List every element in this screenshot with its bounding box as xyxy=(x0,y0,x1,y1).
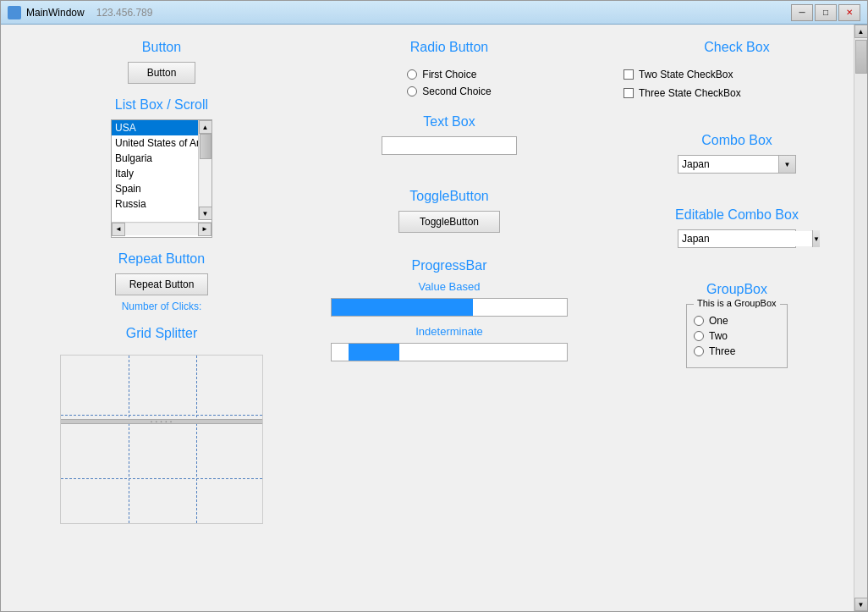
main-window: MainWindow 123.456.789 ─ □ ✕ Button Butt… xyxy=(0,0,868,612)
group-box-legend: This is a GroupBox xyxy=(694,298,780,308)
listbox-section-title: List Box / Scroll xyxy=(115,97,208,113)
column-1: Button Button List Box / Scroll USA Unit… xyxy=(18,33,305,531)
titlebar-left: MainWindow 123.456.789 xyxy=(8,6,152,19)
editable-combo-input[interactable] xyxy=(678,231,812,246)
titlebar-controls: ─ □ ✕ xyxy=(791,4,860,21)
list-box[interactable]: USA United States of Am Bulgaria Italy S… xyxy=(111,119,212,238)
scrollbar-thumb[interactable] xyxy=(855,40,867,74)
radio-circle-2 xyxy=(407,86,417,96)
group-radio-label-3: Three xyxy=(709,345,735,357)
progress-ind-fill xyxy=(349,344,399,361)
checkbox-1[interactable]: Two State CheckBox xyxy=(624,69,741,80)
combo-box-value: Japan xyxy=(678,157,778,172)
window-scrollbar[interactable]: ▲ ▼ xyxy=(854,25,867,611)
scroll-down-arrow[interactable]: ▼ xyxy=(199,207,212,220)
grid-splitter-title: Grid Splitter xyxy=(126,326,197,341)
radio-group: First Choice Second Choice xyxy=(407,69,491,97)
group-radio-circle-3 xyxy=(694,346,704,356)
toggle-section: ToggleButton ToggleButton xyxy=(319,189,580,233)
value-based-label: Value Based xyxy=(419,280,481,293)
list-item[interactable]: USA xyxy=(112,120,212,135)
list-item[interactable]: Spain xyxy=(112,181,212,196)
scroll-up-arrow[interactable]: ▲ xyxy=(199,120,212,134)
checkbox-box-2 xyxy=(624,88,634,98)
grid-row-line-2 xyxy=(61,478,262,479)
splitter-dots: • • • • • xyxy=(151,419,173,424)
progress-bar-indeterminate xyxy=(331,343,568,361)
list-item[interactable]: United States of Am xyxy=(112,135,212,151)
button-control[interactable]: Button xyxy=(128,62,195,84)
button-section: Button Button xyxy=(31,40,292,84)
group-radio-1[interactable]: One xyxy=(694,315,780,327)
checkbox-section: Check Box Two State CheckBox Three State… xyxy=(607,40,854,99)
minimize-button[interactable]: ─ xyxy=(791,4,813,21)
scrollbar-down-arrow[interactable]: ▼ xyxy=(854,598,868,611)
group-radio-label-2: Two xyxy=(709,330,728,342)
list-vertical-scrollbar[interactable]: ▲ ▼ xyxy=(198,120,212,220)
combobox-section-title: Combo Box xyxy=(701,133,772,148)
checkbox-2[interactable]: Three State CheckBox xyxy=(624,87,741,99)
group-radio-circle-2 xyxy=(694,331,704,341)
app-icon xyxy=(8,6,21,19)
grid-row-line-1 xyxy=(61,415,262,416)
checkbox-section-title: Check Box xyxy=(607,40,854,55)
progress-section-title: ProgressBar xyxy=(412,258,487,273)
grid-splitter-handle-h[interactable]: • • • • • xyxy=(61,419,262,424)
progress-section: ProgressBar Value Based Indeterminate xyxy=(319,258,580,361)
scroll-left-arrow[interactable]: ◄ xyxy=(112,223,125,236)
titlebar: MainWindow 123.456.789 ─ □ ✕ xyxy=(1,1,867,25)
repeat-button-section: Repeat Button Repeat Button Number of Cl… xyxy=(31,251,292,312)
group-radio-2[interactable]: Two xyxy=(694,330,780,342)
radio-label-2: Second Choice xyxy=(422,85,491,97)
checkbox-label-1: Two State CheckBox xyxy=(639,69,733,80)
radio-section-title: Radio Button xyxy=(410,40,489,55)
radio-option-2[interactable]: Second Choice xyxy=(407,85,491,97)
button-section-title: Button xyxy=(142,40,181,55)
combobox-section: Combo Box Japan ▼ xyxy=(607,133,854,174)
editable-combo-title: Editable Combo Box xyxy=(675,207,799,223)
column-2: Radio Button First Choice Second Choice xyxy=(305,33,593,531)
hscroll-track[interactable] xyxy=(125,223,198,235)
progress-bar-value xyxy=(331,298,568,317)
list-horizontal-scrollbar[interactable]: ◄ ► xyxy=(112,222,212,235)
group-box-control: This is a GroupBox One Two Three xyxy=(686,304,788,368)
scrollbar-up-arrow[interactable]: ▲ xyxy=(854,25,868,38)
scroll-right-arrow[interactable]: ► xyxy=(198,223,212,236)
checkbox-group: Two State CheckBox Three State CheckBox xyxy=(624,69,741,99)
radio-circle-1 xyxy=(407,69,417,80)
editable-combo-control[interactable]: ▼ xyxy=(678,229,796,248)
combo-box-arrow[interactable]: ▼ xyxy=(778,156,795,173)
repeat-button-title: Repeat Button xyxy=(118,251,205,267)
toggle-button-control[interactable]: ToggleButton xyxy=(398,211,500,233)
scroll-track[interactable] xyxy=(200,134,212,207)
textbox-section-title: Text Box xyxy=(423,114,475,130)
progress-fill xyxy=(332,299,473,316)
close-button[interactable]: ✕ xyxy=(838,4,860,21)
text-input[interactable] xyxy=(382,136,517,155)
textbox-section: Text Box xyxy=(319,114,580,155)
group-radio-label-1: One xyxy=(709,315,728,327)
radio-label-1: First Choice xyxy=(422,69,476,80)
groupbox-section: GroupBox This is a GroupBox One Two xyxy=(607,282,854,368)
window-address: 123.456.789 xyxy=(96,7,153,19)
clicks-label: Number of Clicks: xyxy=(122,300,202,312)
maximize-button[interactable]: □ xyxy=(815,4,837,21)
list-item[interactable]: Italy xyxy=(112,166,212,181)
group-radio-circle-1 xyxy=(694,316,704,326)
listbox-section: List Box / Scroll USA United States of A… xyxy=(31,97,292,238)
repeat-button-control[interactable]: Repeat Button xyxy=(115,273,209,295)
radio-option-1[interactable]: First Choice xyxy=(407,69,476,80)
list-item[interactable]: Bulgaria xyxy=(112,151,212,166)
editable-combo-arrow[interactable]: ▼ xyxy=(812,230,820,247)
window-title: MainWindow xyxy=(26,7,85,19)
list-box-inner: USA United States of Am Bulgaria Italy S… xyxy=(112,120,212,222)
list-item[interactable]: Russia xyxy=(112,196,212,212)
scroll-thumb[interactable] xyxy=(200,134,212,159)
grid-splitter-control[interactable]: • • • • • xyxy=(60,355,263,524)
grid-col-line-2 xyxy=(196,356,197,523)
group-radio-3[interactable]: Three xyxy=(694,345,780,357)
radio-section: Radio Button First Choice Second Choice xyxy=(319,40,580,97)
checkbox-box-1 xyxy=(624,69,634,80)
combo-box-control[interactable]: Japan ▼ xyxy=(678,155,796,174)
groupbox-section-title: GroupBox xyxy=(706,282,767,297)
